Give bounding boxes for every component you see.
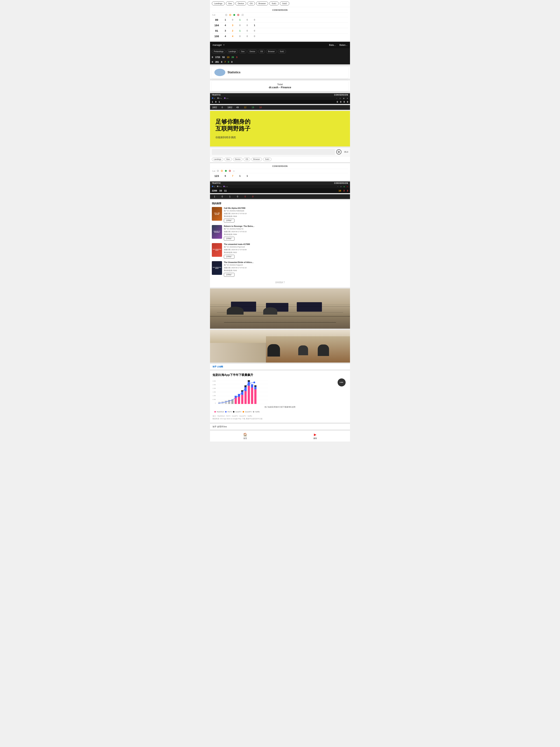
offer-id-2: 推广Id: 20240417e0da17w <box>224 228 348 230</box>
bn-1b: 1 <box>227 195 233 198</box>
conv-c3-2: 0 <box>237 24 243 27</box>
offer-thumb-4: THE UNWANTED BRIDE <box>212 261 222 275</box>
tag-os[interactable]: OS <box>243 158 250 161</box>
tag-device[interactable]: Device <box>233 158 243 161</box>
traffic-data-row: 1 0 1 0 0 0 0 <box>210 100 350 104</box>
search-input-box[interactable] <box>212 149 335 155</box>
offer-created-1: 创建日期: 2024-04-17 07:53:19 <box>224 212 348 215</box>
svg-rect-26 <box>251 388 253 404</box>
chart-y-axis: 3.0M 2.5M 2.0M 1.5M 1.0M 0.5M 0 <box>213 380 347 404</box>
bn-0c: 0 <box>242 195 248 198</box>
legend-label-1: ReelShort <box>217 411 224 413</box>
chart-legend: ReelShort FloTV GoodTV SoundTV Netflix <box>213 410 347 414</box>
tag-geo[interactable]: Geo <box>224 158 232 161</box>
nav-podcast[interactable]: ▶ 播客 <box>313 433 317 440</box>
tag-landings[interactable]: Landings <box>212 158 223 161</box>
dark-pill-os[interactable]: OS <box>258 50 265 53</box>
thumb-call-me-inner: CALL ME ALPHA <box>212 207 222 221</box>
s2-leg-lu: L-u <box>223 186 228 187</box>
pill-os[interactable]: OS <box>247 1 255 5</box>
s2-0c: 0 <box>231 61 233 63</box>
drcash-title: dr.cash - Finance <box>214 86 346 89</box>
nb-19: 19 <box>250 106 256 109</box>
dark-pill-landings[interactable]: Landings <box>226 50 238 53</box>
legend-dot-2 <box>225 411 226 413</box>
bn-0a: 0 <box>219 195 225 198</box>
svg-rect-19 <box>244 391 247 404</box>
lu-label: L-u <box>213 14 223 16</box>
t-c2: 0 <box>340 101 341 103</box>
second-traffic-title: TRAFFIC <box>212 182 221 184</box>
conv-c1-4: 4 <box>222 35 228 37</box>
bn-1a: 1 <box>212 195 217 198</box>
s2-leg-pu: P-u <box>217 186 221 187</box>
conv-c4-3: 0 <box>244 29 250 32</box>
y-10m: 1.0M <box>213 395 216 396</box>
no-more-label: 没有更多了 <box>212 279 348 286</box>
offer-btn-3[interactable]: 立即推广 <box>224 255 234 259</box>
offer-payout-1: 预估收益($): $506 <box>224 215 348 217</box>
s2-leg-u: U <box>212 186 215 187</box>
y-0: 0 <box>213 402 216 404</box>
download-badge: 3.0M↑ <box>338 379 346 386</box>
traffic-title-label: TRAFFIC <box>212 94 221 96</box>
pill-geo[interactable]: Geo <box>226 1 234 5</box>
y-05m: 0.5M <box>213 399 216 400</box>
offer-info-4: The Unwanted Bride of Atticu... 推广Id: 20… <box>224 261 348 277</box>
offer-id-3: 推广Id: 20240401476g7sno9 <box>224 246 348 248</box>
s2-c1: 6 <box>222 175 228 177</box>
offer-btn-2[interactable]: 立即推广 <box>224 237 234 240</box>
chart-svg <box>217 380 268 404</box>
pill-browser[interactable]: Browser <box>256 1 268 5</box>
second-stats-band: 1802 0 1802 49 12 19 10 <box>210 105 350 110</box>
nb-1802b: 1802 <box>227 106 233 109</box>
worker-3 <box>267 344 280 357</box>
tag-browser[interactable]: Browser <box>251 158 262 161</box>
dark-pill-prelandings[interactable]: Prelandings <box>212 50 225 53</box>
offer-name-1: Call Me Alpha-0417090 <box>224 207 348 209</box>
s2-7: 7 <box>224 61 226 63</box>
conv-c5-1: 0 <box>252 19 257 21</box>
offer-name-3: The unwanted mate-417088 <box>224 243 348 245</box>
ind-error <box>237 14 239 16</box>
pill-sub1[interactable]: Sub1 <box>269 1 279 5</box>
legend-label-4: SoundTV <box>245 411 252 413</box>
dark-pill-device[interactable]: Device <box>247 50 257 53</box>
legend-dot-4 <box>243 411 244 413</box>
second-lu-label: L-u <box>213 170 215 172</box>
offer-name-2: Reborn to Revenge: The Betra... <box>224 225 348 227</box>
zhihu-logo-1: 知乎 @金毅 <box>213 365 223 368</box>
conv-c3-3: 1 <box>237 29 243 32</box>
tag-sub1[interactable]: Sub1 <box>263 158 271 161</box>
dark-pill-browser[interactable]: Browser <box>266 50 277 53</box>
s2-8: 8 <box>221 61 222 63</box>
nav-home[interactable]: 🏠 首页 <box>243 433 247 440</box>
zhihu-source-1: 知乎 @金毅 <box>210 364 350 369</box>
add-button[interactable]: ⊕ <box>336 149 341 154</box>
offer-btn-1[interactable]: 立即推广 <box>224 219 234 223</box>
conv-main-3: 91 <box>213 29 221 32</box>
offer-info-2: Reborn to Revenge: The Betra... 推广Id: 20… <box>224 225 348 240</box>
legend-c2: ◷ <box>340 97 341 99</box>
y-30m: 3.0M <box>213 380 216 382</box>
legend-pu: P-u <box>217 97 222 99</box>
dark-pill-geo[interactable]: Geo <box>239 50 246 53</box>
legend-4: SoundTV <box>243 411 252 413</box>
s2-0b: 0 <box>228 61 229 63</box>
conv-header-row: L-u ⬜ <box>212 12 348 17</box>
thumb-reborn-inner: REBORN TO REVENGE <box>212 225 222 239</box>
conversion-title-2: CONVERSION <box>334 94 348 96</box>
manager-dropdown[interactable]: manager ▼ <box>213 44 225 46</box>
thumb-bride-inner: THE UNWANTED BRIDE <box>212 261 222 275</box>
conv-c3-4: 0 <box>237 35 243 37</box>
pill-device[interactable]: Device <box>235 1 246 5</box>
offer-created-3: 创建日期: 2024-04-17 07:53:09 <box>224 249 348 251</box>
dark-pill-sub1[interactable]: Sub1 <box>278 50 286 53</box>
second-conv-row-1: 123 6 7 1 1 <box>212 173 348 179</box>
desk-line-1 <box>224 322 336 323</box>
s2-ind-check <box>225 170 227 172</box>
pill-sub2[interactable]: Sub2 <box>280 1 289 5</box>
pill-landings[interactable]: Landings <box>212 1 225 5</box>
offer-btn-4[interactable]: 立即推广 <box>224 273 234 277</box>
nb-0a: 0 <box>219 106 225 109</box>
